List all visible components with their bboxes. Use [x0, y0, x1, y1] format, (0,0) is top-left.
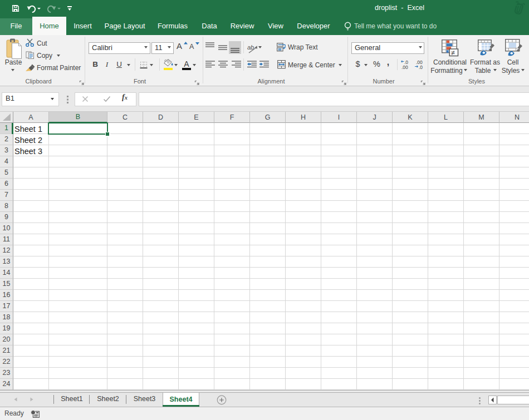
svg-text:ab: ab	[247, 44, 254, 51]
svg-text:≠: ≠	[451, 49, 455, 57]
svg-text:.00: .00	[401, 65, 408, 70]
